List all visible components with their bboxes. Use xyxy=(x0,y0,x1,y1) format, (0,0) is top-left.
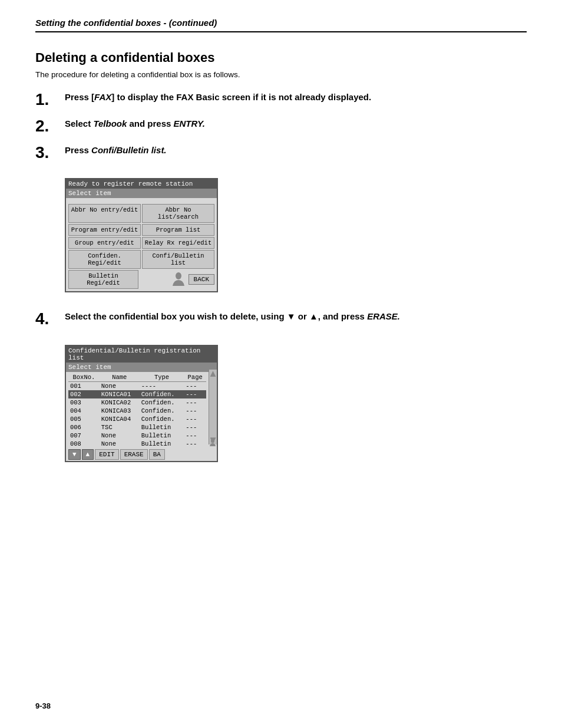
screen2-container: Confidential/Bulletin registration list … xyxy=(65,345,218,462)
screen2-title: Confidential/Bulletin registration list xyxy=(66,346,217,363)
cell-name: None xyxy=(100,382,140,391)
screen1-btn-row4: Confiden. Regi/edit Confi/Bulletin list xyxy=(68,250,214,269)
cell-no: 007 xyxy=(68,431,100,440)
step-1-number: 1. xyxy=(35,91,65,109)
person-icon-small xyxy=(209,439,216,447)
table-row[interactable]: 003 KONICA02 Confiden. --- xyxy=(68,398,206,407)
cell-type: Confiden. xyxy=(140,398,184,407)
up-btn[interactable]: ▲ xyxy=(82,449,94,460)
cell-page: --- xyxy=(184,431,206,440)
cell-no: 004 xyxy=(68,407,100,415)
confiden-regi-btn[interactable]: Confiden. Regi/edit xyxy=(68,250,141,269)
step-3-content: Press Confi/Bulletin list. xyxy=(65,144,527,157)
screen1-body: Abbr No entry/edit Abbr No list/search P… xyxy=(66,198,217,291)
screen1-title: Ready to register remote station xyxy=(66,179,217,189)
abbr-entry-btn[interactable]: Abbr No entry/edit xyxy=(68,204,141,223)
or-text: or xyxy=(298,311,307,321)
person-icon xyxy=(172,272,185,287)
down-btn[interactable]: ▼ xyxy=(68,449,81,460)
cell-type: Bulletin xyxy=(140,440,184,448)
cell-name: KONICA03 xyxy=(100,407,140,415)
cell-no: 008 xyxy=(68,440,100,448)
cell-name: KONICA01 xyxy=(100,390,140,398)
bulletin-regi-btn[interactable]: Bulletin Regi/edit xyxy=(68,270,138,289)
step-4-content: Select the confidential box you wish to … xyxy=(65,310,400,324)
cell-page: --- xyxy=(184,398,206,407)
cell-type: Bulletin xyxy=(140,423,184,431)
relay-btn[interactable]: Relay Rx regi/edit xyxy=(142,237,214,249)
step-2: 2. Select Telbook and press ENTRY. xyxy=(35,117,527,136)
scroll-up-arrow[interactable] xyxy=(210,371,216,377)
cell-page: --- xyxy=(184,390,206,398)
step-2-number: 2. xyxy=(35,117,65,136)
page-number: 9-38 xyxy=(35,701,51,710)
table-row[interactable]: 004 KONICA03 Confiden. --- xyxy=(68,407,206,415)
screen2-table: BoxNo. Name Type Page 001 None ---- xyxy=(68,373,206,448)
cell-no: 005 xyxy=(68,415,100,423)
screen2-bottom-bar: ▼ ▲ EDIT ERASE BA xyxy=(66,448,217,461)
steps-list: 1. Press [FAX] to display the FAX Basic … xyxy=(35,91,527,474)
cell-name: None xyxy=(100,440,140,448)
svg-point-0 xyxy=(176,272,181,279)
screen1-btn-row3: Group entry/edit Relay Rx regi/edit xyxy=(68,237,214,249)
erase-btn[interactable]: ERASE xyxy=(120,449,148,460)
col-type: Type xyxy=(140,373,184,382)
step-1: 1. Press [FAX] to display the FAX Basic … xyxy=(35,91,527,109)
back-btn[interactable]: BACK xyxy=(189,274,214,285)
group-entry-btn[interactable]: Group entry/edit xyxy=(68,237,141,249)
abbr-list-btn[interactable]: Abbr No list/search xyxy=(142,204,214,223)
cell-no: 001 xyxy=(68,382,100,391)
cell-page: --- xyxy=(184,407,206,415)
table-row[interactable]: 006 TSC Bulletin --- xyxy=(68,423,206,431)
cell-type: Confiden. xyxy=(140,390,184,398)
cell-type: Confiden. xyxy=(140,407,184,415)
cell-page: --- xyxy=(184,423,206,431)
step-3: 3. Press Confi/Bulletin list. xyxy=(35,144,527,162)
col-name: Name xyxy=(100,373,140,382)
cell-name: KONICA04 xyxy=(100,415,140,423)
cell-page: --- xyxy=(184,382,206,391)
page-header-title: Setting the confidential boxes - (contin… xyxy=(35,18,217,28)
col-boxno: BoxNo. xyxy=(68,373,100,382)
step-4-number: 4. xyxy=(35,310,65,328)
table-row[interactable]: 005 KONICA04 Confiden. --- xyxy=(68,415,206,423)
step-3-number: 3. xyxy=(35,144,65,162)
screen1-btn-row2: Program entry/edit Program list xyxy=(68,224,214,236)
col-page: Page xyxy=(184,373,206,382)
page-header: Setting the confidential boxes - (contin… xyxy=(35,18,527,32)
table-row[interactable]: 001 None ---- --- xyxy=(68,382,206,391)
program-entry-btn[interactable]: Program entry/edit xyxy=(68,224,141,236)
cell-type: ---- xyxy=(140,382,184,391)
step-4: 4. Select the confidential box you wish … xyxy=(35,310,527,328)
cell-name: None xyxy=(100,431,140,440)
table-header-row: BoxNo. Name Type Page xyxy=(68,373,206,382)
page-footer: 9-38 xyxy=(35,701,51,710)
cell-name: KONICA02 xyxy=(100,398,140,407)
ba-btn[interactable]: BA xyxy=(149,449,165,460)
confi-bulletin-btn[interactable]: Confi/Bulletin list xyxy=(142,250,214,269)
cell-no: 006 xyxy=(68,423,100,431)
step-2-content: Select Telbook and press ENTRY. xyxy=(65,117,527,131)
screen1-btn-row1: Abbr No entry/edit Abbr No list/search xyxy=(68,204,214,223)
program-list-btn[interactable]: Program list xyxy=(142,224,214,236)
cell-page: --- xyxy=(184,415,206,423)
cell-name: TSC xyxy=(100,423,140,431)
scrollbar[interactable] xyxy=(209,370,217,444)
page-container: Setting the confidential boxes - (contin… xyxy=(0,0,562,728)
cell-no: 003 xyxy=(68,398,100,407)
table-row[interactable]: 007 None Bulletin --- xyxy=(68,431,206,440)
screen1-subtitle: Select item xyxy=(66,189,217,198)
cell-type: Confiden. xyxy=(140,415,184,423)
edit-btn[interactable]: EDIT xyxy=(95,449,118,460)
lcd-screen1: Ready to register remote station Select … xyxy=(65,178,218,292)
section-title: Deleting a confidential boxes xyxy=(35,50,527,65)
table-row-selected[interactable]: 002 KONICA01 Confiden. --- xyxy=(68,390,206,398)
screen2-table-area: BoxNo. Name Type Page 001 None ---- xyxy=(66,372,217,448)
section-intro: The procedure for deleting a confidentia… xyxy=(35,70,527,79)
person-icon-area xyxy=(209,439,217,447)
cell-page: --- xyxy=(184,440,206,448)
svg-point-1 xyxy=(211,439,214,443)
screen1-bottom-row: Bulletin Regi/edit BACK xyxy=(68,270,214,289)
table-row[interactable]: 008 None Bulletin --- xyxy=(68,440,206,448)
screen2-subtitle: Select item xyxy=(66,363,217,372)
